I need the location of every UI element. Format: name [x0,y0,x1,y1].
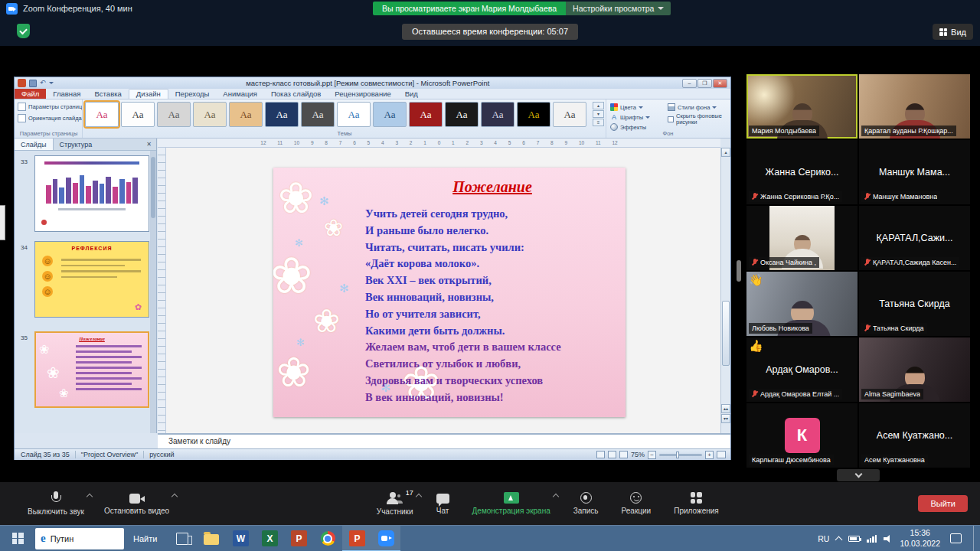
slides-panel-scrollbar[interactable] [150,151,156,433]
participant-tile[interactable]: Асем Куатжано... Асем Куатжановна [859,403,970,468]
scrollbar-thumb[interactable] [722,301,730,366]
security-shield-icon[interactable] [17,24,30,38]
theme-swatch[interactable]: Аа [445,102,479,127]
theme-swatch[interactable]: Аа [517,102,550,127]
restore-button[interactable] [697,79,712,88]
participant-tile[interactable]: Маншук Мама... Маншук Мамановна [859,140,970,204]
theme-swatch[interactable]: Аа [85,102,119,127]
background-styles-button[interactable]: Стили фона [668,103,730,111]
gallery-more-button[interactable] [593,119,604,126]
apps-button[interactable]: Приложения [666,488,727,519]
notes-area[interactable]: Заметки к слайду [158,433,730,448]
tab-review[interactable]: Рецензирование [328,89,397,99]
language-indicator[interactable]: RU [818,534,829,543]
search-find-label[interactable]: Найти [133,534,157,543]
slideshow-view-icon[interactable] [619,451,628,458]
participant-tile[interactable]: Қаратал ауданы Р.Қошқар... [859,74,970,139]
chrome-button[interactable] [313,526,342,551]
start-button[interactable] [0,526,35,551]
quick-access-dropdown-icon[interactable] [49,82,54,84]
theme-swatch[interactable]: Аа [157,102,191,127]
theme-swatch[interactable]: Аа [481,102,514,127]
show-desktop-button[interactable] [973,526,977,551]
taskbar-clock[interactable]: 15:3610.03.2022 [900,528,940,548]
theme-colors-button[interactable]: Цвета [610,103,665,111]
tab-home[interactable]: Главная [46,89,87,99]
hide-background-checkbox[interactable]: Скрыть фоновые рисунки [668,113,730,126]
zoom-slider[interactable] [659,454,702,456]
view-button[interactable]: Вид [933,24,973,40]
task-view-button[interactable] [168,526,197,551]
minimize-button[interactable] [682,79,697,88]
chevron-up-icon[interactable] [415,494,421,500]
previous-slide-button[interactable] [721,404,730,413]
theme-swatch[interactable]: Аа [193,102,227,127]
file-explorer-button[interactable] [197,526,226,551]
leave-button[interactable]: Выйти [918,495,968,512]
chevron-up-icon[interactable] [172,494,178,500]
theme-swatch[interactable]: Аа [373,102,407,127]
slide-thumbnail-selected[interactable]: Пожелание [34,331,149,408]
record-button[interactable]: Запись [566,488,606,519]
theme-swatch[interactable]: Аа [409,102,443,127]
close-button[interactable] [713,79,727,88]
participant-tile[interactable]: 👍 Ардақ Омаров... Ардақ Омарова Елтай ..… [746,337,858,402]
theme-swatch[interactable]: Аа [337,102,371,127]
next-slide-button[interactable] [721,414,730,423]
normal-view-icon[interactable] [596,451,605,458]
tab-transitions[interactable]: Переходы [168,89,217,99]
fit-to-window-icon[interactable] [717,451,726,458]
save-icon[interactable] [29,80,37,87]
gallery-scroll-down-button[interactable] [837,469,880,481]
undo-icon[interactable] [40,80,46,86]
tab-animation[interactable]: Анимация [216,89,264,99]
tab-slides[interactable]: Слайды [15,139,54,150]
participant-tile[interactable]: К Карлыгаш Дюсембинова [746,403,858,468]
tab-slideshow[interactable]: Показ слайдов [264,89,328,99]
language-indicator[interactable]: русский [149,451,174,458]
editor-scrollbar[interactable] [720,148,730,433]
mute-button[interactable]: Выключить звук [20,488,92,519]
page-setup-button[interactable]: Параметры страницы [18,103,82,111]
participant-tile[interactable]: Татьяна Скирда Татьяна Скирда [859,272,970,336]
close-panel-icon[interactable] [142,139,156,150]
chat-button[interactable]: Чат [429,488,457,519]
slide-canvas[interactable]: Пожелание Учить детей сегодня трудно, И … [273,168,626,417]
notification-center-icon[interactable] [950,533,962,543]
powerpoint-old-button[interactable]: P [284,526,313,551]
theme-swatch[interactable]: Аа [229,102,263,127]
powerpoint-button[interactable]: P [342,526,371,551]
theme-swatch[interactable]: Аа [121,102,155,127]
view-settings-dropdown[interactable]: Настройки просмотра [566,2,671,15]
zoom-in-button[interactable] [705,451,714,459]
tab-view[interactable]: Вид [398,89,425,99]
participant-tile[interactable]: Жанна Серико... Жанна Сериковна Р.Қо... [746,140,858,204]
scroll-up-button[interactable] [721,148,730,157]
participant-tile[interactable]: Alma Sagimbaeva [859,337,970,402]
network-icon[interactable] [867,535,877,543]
gallery-up-button[interactable] [593,102,604,109]
excel-button[interactable]: X [255,526,284,551]
tab-outline[interactable]: Структура [54,139,99,150]
slide-thumbnail[interactable]: РЕФЛЕКСИЯ [34,241,149,318]
stop-video-button[interactable]: Остановить видео [96,488,177,519]
zoom-out-button[interactable] [648,451,656,459]
slide-thumbnail[interactable] [34,155,149,232]
share-screen-button[interactable]: Демонстрация экрана [465,488,558,519]
participant-tile[interactable]: Оксана Чайкина , [746,206,858,270]
tab-file[interactable]: Файл [15,89,46,99]
gallery-down-button[interactable] [593,110,604,118]
participant-tile[interactable]: ҚАРАТАЛ,Сажи... ҚАРАТАЛ,Сажида Касен... [859,206,970,270]
theme-swatch[interactable]: Аа [553,102,586,127]
theme-swatch[interactable]: Аа [301,102,335,127]
participant-tile[interactable]: Мария Молдыбаева [746,74,858,139]
volume-icon[interactable] [884,535,893,543]
tab-design[interactable]: Дизайн [129,89,168,99]
participants-button[interactable]: 17 Участники [369,488,421,519]
theme-fonts-button[interactable]: Шрифты [610,113,665,121]
sorter-view-icon[interactable] [608,451,616,458]
chevron-up-icon[interactable] [87,494,93,500]
taskbar-search-box[interactable]: Путин [35,528,124,549]
tab-insert[interactable]: Вставка [88,89,129,99]
participant-tile[interactable]: 👋 Любовь Новикова [746,272,858,336]
